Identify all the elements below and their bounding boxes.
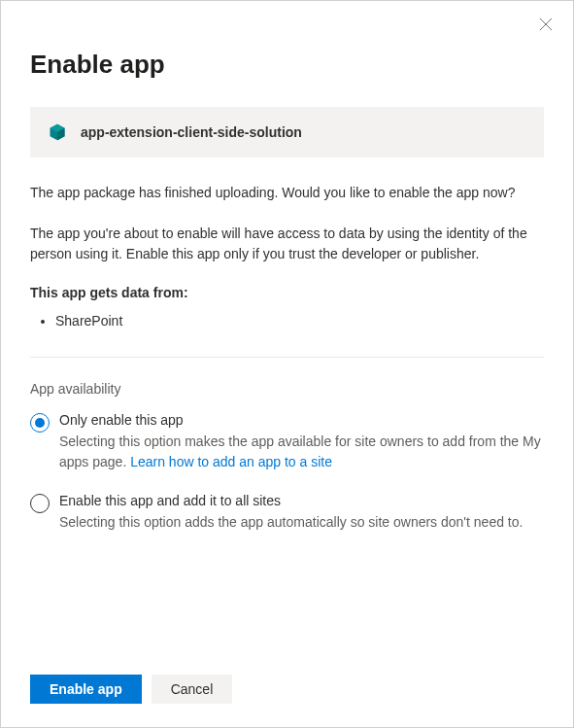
radio-add-all-sites[interactable] [30, 494, 50, 513]
package-icon [48, 122, 67, 142]
radio-hint-add-all-sites: Selecting this option adds the app autom… [59, 512, 544, 532]
dialog-title: Enable app [30, 50, 544, 80]
radio-option-only-enable: Only enable this app Selecting this opti… [30, 412, 544, 471]
radio-label-add-all-sites[interactable]: Enable this app and add it to all sites [59, 493, 544, 508]
radio-option-add-all-sites: Enable this app and add it to all sites … [30, 493, 544, 532]
app-name: app-extension-client-side-solution [81, 124, 302, 140]
dialog-footer: Enable app Cancel [30, 675, 232, 704]
data-sources-list: SharePoint [30, 310, 544, 331]
upload-complete-text: The app package has finished uploading. … [30, 183, 544, 202]
divider [30, 357, 544, 358]
radio-only-enable[interactable] [30, 413, 50, 433]
learn-add-app-link[interactable]: Learn how to add an app to a site [130, 454, 332, 469]
enable-app-button[interactable]: Enable app [30, 675, 142, 704]
data-sources-label: This app gets data from: [30, 285, 544, 300]
radio-hint-only-enable: Selecting this option makes the app avai… [59, 432, 544, 471]
trust-warning-text: The app you're about to enable will have… [30, 224, 544, 263]
close-icon [539, 17, 553, 31]
close-button[interactable] [536, 15, 556, 34]
app-banner: app-extension-client-side-solution [30, 107, 544, 157]
availability-radio-group: Only enable this app Selecting this opti… [30, 412, 544, 532]
data-source-item: SharePoint [55, 310, 544, 331]
enable-app-dialog: Enable app app-extension-client-side-sol… [0, 0, 574, 728]
radio-label-only-enable[interactable]: Only enable this app [59, 412, 544, 428]
cancel-button[interactable]: Cancel [152, 675, 233, 704]
availability-heading: App availability [30, 381, 544, 397]
